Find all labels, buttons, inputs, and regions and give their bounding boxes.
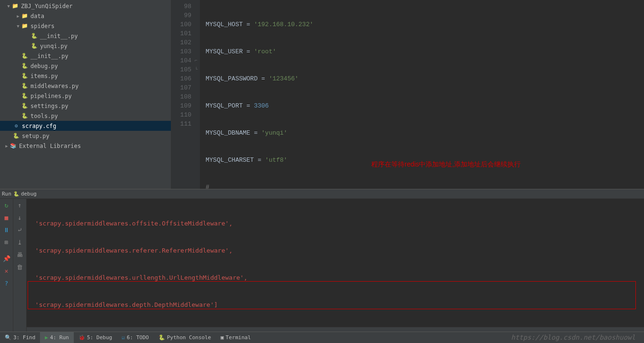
fold-column[interactable]: ⌐└ (193, 2, 199, 74)
tree-label: spiders (30, 23, 55, 29)
tree-items[interactable]: 🐍 items.py (0, 71, 171, 81)
chevron-down-icon[interactable]: ▼ (6, 4, 11, 9)
tree-label: setup.py (22, 133, 50, 139)
bug-icon: 🐞 (79, 334, 85, 341)
run-toolbar-right: ↑ ↓ ⤶ ⤓ 🖶 🗑 (13, 199, 27, 332)
tab-find[interactable]: 🔍 3: Find (0, 332, 40, 343)
tree-label: data (30, 13, 44, 20)
horizontal-scrollbar[interactable] (27, 327, 644, 332)
python-file-icon: 🐍 (21, 112, 29, 120)
folder-icon: 📁 (21, 22, 29, 30)
tab-run[interactable]: ▶ 4: Run (40, 332, 73, 343)
chevron-right-icon[interactable]: ▶ (4, 144, 10, 148)
python-icon: 🐍 (13, 191, 19, 196)
folder-icon: 📁 (11, 2, 19, 10)
tree-label: yunqi.py (40, 43, 68, 49)
tree-label: settings.py (30, 103, 68, 109)
scroll-to-end-button[interactable]: ⤓ (15, 238, 25, 246)
python-file-icon: 🐍 (21, 72, 29, 80)
terminal-icon: ▣ (220, 334, 224, 341)
tree-spiders-yunqi[interactable]: 🐍 yunqi.py (0, 41, 171, 51)
tree-root[interactable]: ▼ 📁 ZBJ_YunQiSpider (0, 1, 171, 11)
folder-icon: 📁 (21, 12, 29, 20)
print-button[interactable]: 🖶 (15, 250, 25, 259)
python-file-icon: 🐍 (21, 82, 29, 90)
code-editor[interactable]: 98 99 100 101 102 103 104 105 106 107 10… (171, 0, 644, 189)
tab-todo[interactable]: ☑ 6: TODO (117, 332, 154, 343)
chevron-down-icon[interactable]: ▼ (15, 24, 21, 29)
run-label: Run (2, 191, 11, 197)
tree-scrapy-cfg[interactable]: ⚙ scrapy.cfg (0, 121, 171, 131)
tree-data-folder[interactable]: ▶ 📁 data (0, 11, 171, 21)
rerun-button[interactable]: ↻ (2, 201, 11, 209)
tree-label: debug.py (30, 63, 58, 69)
down-button[interactable]: ↓ (15, 213, 25, 222)
highlight-box (28, 281, 636, 309)
annotation-text: 程序在等待redis中添加地址,添加地址后会继续执行 (371, 160, 521, 169)
tree-label: scrapy.cfg (22, 123, 56, 129)
tree-init[interactable]: 🐍 __init__.py (0, 51, 171, 61)
tree-label: items.py (30, 73, 58, 79)
tree-middlewares[interactable]: 🐍 middlewares.py (0, 81, 171, 91)
tree-external-libraries[interactable]: ▶ 📚 External Libraries (0, 141, 171, 151)
tree-label: ZBJ_YunQiSpider (21, 3, 72, 10)
project-tree[interactable]: ▼ 📁 ZBJ_YunQiSpider ▶ 📁 data ▼ 📁 spiders… (0, 0, 171, 189)
pin-button[interactable]: 📌 (2, 254, 11, 263)
tab-terminal[interactable]: ▣ Terminal (216, 332, 256, 343)
todo-icon: ☑ (122, 334, 125, 341)
python-icon: 🐍 (159, 334, 165, 341)
play-icon: ▶ (45, 334, 48, 341)
run-panel: Run 🐍 debug ↻ ■ ⏸ ⊞ 📌 ✕ ? ↑ ↓ ⤶ ⤓ 🖶 🗑 's… (0, 189, 644, 332)
tree-setup[interactable]: 🐍 setup.py (0, 131, 171, 141)
chevron-right-icon[interactable]: ▶ (15, 14, 21, 19)
tree-debug[interactable]: 🐍 debug.py (0, 61, 171, 71)
python-file-icon: 🐍 (12, 132, 20, 140)
run-toolbar-left: ↻ ■ ⏸ ⊞ 📌 ✕ ? (0, 199, 13, 332)
tab-python-console[interactable]: 🐍 Python Console (154, 332, 216, 343)
tree-spiders-init[interactable]: 🐍 __init__.py (0, 31, 171, 41)
python-file-icon: 🐍 (30, 42, 38, 50)
config-file-icon: ⚙ (12, 122, 20, 130)
console-output[interactable]: 'scrapy.spidermiddlewares.offsite.Offsit… (27, 199, 644, 332)
python-file-icon: 🐍 (21, 52, 29, 60)
tree-tools[interactable]: 🐍 tools.py (0, 111, 171, 121)
tree-label: middlewares.py (30, 83, 79, 89)
tree-pipelines[interactable]: 🐍 pipelines.py (0, 91, 171, 101)
tree-label: tools.py (30, 113, 58, 119)
run-panel-header[interactable]: Run 🐍 debug (0, 189, 644, 199)
python-file-icon: 🐍 (21, 102, 29, 110)
search-icon: 🔍 (5, 334, 11, 341)
tree-settings[interactable]: 🐍 settings.py (0, 101, 171, 111)
tree-label: pipelines.py (30, 93, 72, 99)
tree-label: __init__.py (30, 53, 68, 59)
python-file-icon: 🐍 (30, 32, 38, 40)
restore-layout-button[interactable]: ⊞ (2, 238, 11, 246)
python-file-icon: 🐍 (21, 92, 29, 100)
tree-spiders-folder[interactable]: ▼ 📁 spiders (0, 21, 171, 31)
tab-debug[interactable]: 🐞 5: Debug (74, 332, 117, 343)
python-file-icon: 🐍 (21, 62, 29, 70)
soft-wrap-button[interactable]: ⤶ (15, 225, 25, 234)
stop-button[interactable]: ■ (2, 213, 11, 222)
close-button[interactable]: ✕ (2, 266, 11, 275)
editor-gutter: 98 99 100 101 102 103 104 105 106 107 10… (171, 0, 200, 189)
clear-button[interactable]: 🗑 (15, 263, 25, 271)
pause-button[interactable]: ⏸ (2, 225, 11, 234)
help-button[interactable]: ? (2, 279, 11, 287)
tree-label: __init__.py (40, 33, 78, 39)
watermark-text: https://blog.csdn.net/baoshuowl (511, 333, 635, 341)
tree-label: External Libraries (19, 143, 81, 149)
up-button[interactable]: ↑ (15, 201, 25, 209)
run-config-name: debug (21, 191, 37, 197)
main-area: ▼ 📁 ZBJ_YunQiSpider ▶ 📁 data ▼ 📁 spiders… (0, 0, 644, 189)
library-icon: 📚 (10, 142, 17, 150)
bottom-toolbar: 🔍 3: Find ▶ 4: Run 🐞 5: Debug ☑ 6: TODO … (0, 332, 644, 343)
